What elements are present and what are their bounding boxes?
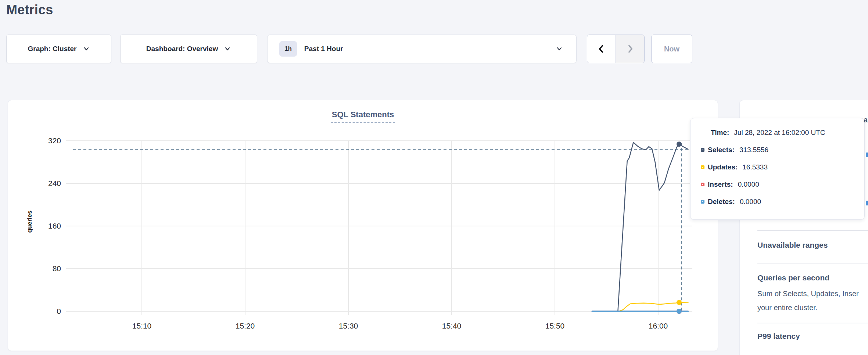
next-time-window-button[interactable] — [616, 35, 644, 63]
series-hover-dot-deletes — [677, 309, 682, 314]
selects-series-swatch-icon — [701, 148, 704, 152]
chevron-down-icon — [556, 45, 563, 53]
series-line-selects — [592, 142, 688, 311]
previous-time-window-button[interactable] — [587, 35, 616, 63]
x-tick-label: 15:50 — [545, 322, 565, 330]
series-hover-dot-updates — [677, 300, 682, 305]
time-range-label: Past 1 Hour — [304, 45, 550, 53]
sql-statements-chart[interactable]: 08016024032015:1015:2015:3015:4015:5016:… — [8, 100, 718, 351]
tooltip-selects-value: 313.5556 — [739, 146, 768, 154]
deletes-series-swatch-icon — [701, 200, 704, 204]
chevron-right-icon — [625, 44, 635, 54]
time-range-badge: 1h — [279, 41, 297, 57]
sidebar-description: Sum of Selects, Updates, Inser your enti… — [757, 287, 859, 315]
y-tick-label: 240 — [48, 179, 61, 187]
x-tick-label: 16:00 — [649, 322, 668, 330]
chevron-down-icon — [224, 45, 231, 53]
tooltip-updates-row: Updates: 16.5333 — [701, 162, 856, 172]
sidebar-description-line: your entire cluster. — [757, 301, 859, 315]
graph-selector-label: Graph: Cluster — [28, 45, 76, 53]
x-tick-label: 15:10 — [132, 322, 152, 330]
tooltip-inserts-value: 0.0000 — [738, 180, 759, 189]
tooltip-deletes-row: Deletes: 0.0000 — [701, 197, 856, 207]
tooltip-inserts-row: Inserts: 0.0000 — [701, 180, 856, 189]
tooltip-selects-label: Selects: — [708, 146, 735, 154]
tooltip-time-row: Time: Jul 28, 2022 at 16:02:00 UTC — [711, 128, 856, 137]
page-title: Metrics — [6, 2, 53, 18]
series-hover-dot-selects — [677, 141, 682, 147]
tooltip-updates-value: 16.5333 — [742, 163, 768, 171]
y-tick-label: 160 — [48, 222, 61, 230]
chevron-down-icon — [83, 45, 90, 53]
x-tick-label: 15:40 — [442, 322, 462, 330]
tooltip-selects-row: Selects: 313.5556 — [701, 145, 856, 155]
cut-link-fragment — [866, 201, 868, 205]
sidebar-divider — [757, 230, 868, 231]
sidebar-description-line: Sum of Selects, Updates, Inser — [757, 287, 859, 301]
sidebar-heading-p99-latency: P99 latency — [757, 332, 800, 341]
dashboard-selector-dropdown[interactable]: Dashboard: Overview — [120, 35, 257, 63]
time-range-selector[interactable]: 1h Past 1 Hour — [267, 35, 577, 63]
inserts-series-swatch-icon — [701, 183, 704, 186]
graph-selector-dropdown[interactable]: Graph: Cluster — [6, 35, 111, 63]
y-tick-label: 320 — [48, 136, 61, 145]
updates-series-swatch-icon — [701, 165, 704, 169]
x-tick-label: 15:20 — [236, 322, 255, 330]
y-tick-label: 0 — [57, 307, 61, 315]
chevron-left-icon — [597, 44, 606, 54]
sidebar-divider — [757, 323, 868, 323]
tooltip-time-value: Jul 28, 2022 at 16:02:00 UTC — [734, 129, 825, 137]
time-window-nav — [587, 35, 645, 63]
chart-hover-tooltip: Time: Jul 28, 2022 at 16:02:00 UTC Selec… — [690, 118, 865, 220]
sql-statements-chart-card: SQL Statements queries 08016024032015:10… — [8, 100, 718, 351]
tooltip-deletes-label: Deletes: — [708, 198, 735, 206]
y-tick-label: 80 — [53, 264, 61, 273]
sidebar-heading-queries-per-second: Queries per second — [757, 273, 829, 282]
metrics-page: { "page": { "title": "Metrics" }, "toolb… — [0, 0, 868, 355]
cut-link-fragment — [866, 153, 868, 157]
tooltip-updates-label: Updates: — [708, 163, 738, 171]
x-tick-label: 15:30 — [339, 322, 358, 330]
dashboard-selector-label: Dashboard: Overview — [146, 45, 218, 53]
sidebar-cut-text-fragment: a — [864, 116, 868, 124]
sidebar-divider — [757, 263, 868, 264]
tooltip-deletes-value: 0.0000 — [740, 198, 761, 206]
tooltip-time-label: Time: — [711, 129, 729, 137]
sidebar-heading-unavailable-ranges: Unavailable ranges — [757, 241, 828, 250]
now-button[interactable]: Now — [651, 35, 692, 63]
tooltip-inserts-label: Inserts: — [708, 180, 733, 189]
